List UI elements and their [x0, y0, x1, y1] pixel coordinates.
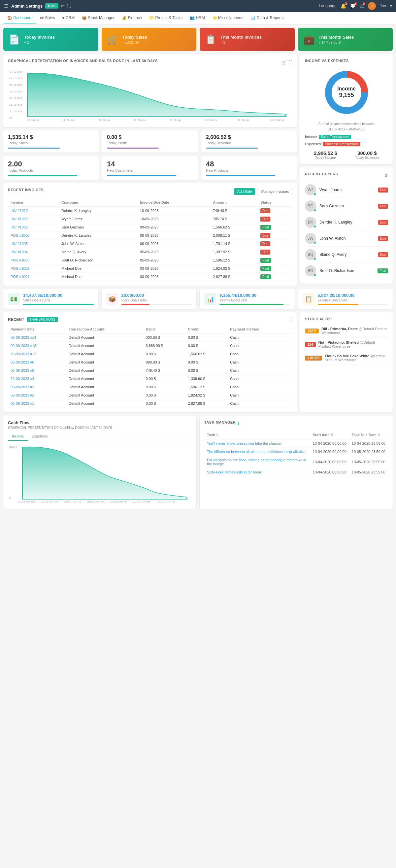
notifications-btn[interactable]: 🔔3: [340, 3, 346, 8]
trans-credit: 1,339.90 $: [186, 375, 228, 383]
svg-text:1,000: 1,000: [9, 110, 22, 113]
menu-icon[interactable]: ☰: [4, 3, 8, 9]
card-month-sales-value: ↑ 14,457.85 $: [319, 40, 354, 44]
inv-number[interactable]: POS #1001: [8, 273, 59, 281]
trans-credit: 0.00 $: [186, 342, 228, 350]
manage-invoices-button[interactable]: Manage Invoices: [258, 188, 292, 195]
stock-qty: 184: [305, 342, 316, 347]
trans-date[interactable]: 06-09-2023 #6: [8, 358, 66, 367]
cashflow-subtitle: GRAPHICAL PRESENTATION OF CashFlow DONE …: [8, 426, 192, 430]
trans-debit: 888.90 $: [143, 358, 186, 367]
nav-hrm[interactable]: 👥 HRM: [187, 13, 208, 24]
svg-text:3 Sep: 3 Sep: [27, 119, 39, 122]
task-name[interactable]: For all spots on the floor, nothing beat…: [204, 456, 310, 468]
inv-number[interactable]: POS #1003: [8, 256, 59, 265]
stat-today-revenue-value: 2,606.52 $: [206, 134, 292, 140]
invoices-thead: Invoice Customer Invoice Due Date Amount…: [8, 198, 292, 207]
stat-today-revenue-label: Today Revenue: [206, 141, 292, 145]
inv-number[interactable]: INV #1004: [8, 248, 59, 256]
inv-customer: John W. Alston: [59, 240, 137, 248]
buyer-name[interactable]: Deirdre K. Langley: [320, 220, 352, 224]
inv-number[interactable]: INV #1005: [8, 240, 59, 248]
stat-today-products-value: 2.00: [8, 160, 94, 168]
pos-badge[interactable]: POS: [45, 3, 58, 8]
nav-crm[interactable]: ♥ CRM: [59, 13, 78, 24]
trans-credit: 1,566.62 $: [186, 350, 228, 358]
transactions-expand-icon[interactable]: ⛶: [289, 317, 292, 322]
trans-method: Cash: [227, 358, 292, 367]
tab-income[interactable]: Income: [8, 432, 28, 441]
trans-date[interactable]: 07-09-2023 #2: [8, 391, 66, 400]
avatar[interactable]: J: [368, 2, 376, 10]
stat-new-customers-label: New Customers: [107, 168, 193, 172]
task-name[interactable]: You'll never know, unless you take the c…: [204, 439, 310, 448]
task-header-row: Task ⇅ Start date ⇅ Task Due Date ⇅: [204, 431, 388, 439]
stock-item: 230 200 Flour - So Mix Cake White @Defau…: [305, 351, 388, 365]
task-name[interactable]: Sixty-Four comes asking for bread: [204, 468, 310, 476]
alerts-btn[interactable]: ⚠2: [360, 3, 364, 8]
tab-expenses[interactable]: Expenses: [28, 432, 52, 441]
svg-text:7 Sep: 7 Sep: [170, 119, 182, 122]
nav-misc[interactable]: ⭐ Miscellaneous: [209, 13, 246, 24]
stat-new-products: 48 New Products: [201, 156, 297, 180]
stat-today-profit-label: Today Profit*: [107, 141, 193, 145]
trans-date[interactable]: 05-09-2023 #5: [8, 367, 66, 375]
trans-date[interactable]: 09-09-2023 #14: [8, 334, 66, 342]
buyer-name[interactable]: Sara Guzman: [320, 204, 344, 208]
table-row: The difference between altruism and self…: [204, 448, 388, 456]
nav-finance[interactable]: 💰 Finance: [119, 13, 145, 24]
language-selector[interactable]: Language: [319, 4, 336, 8]
nav-project[interactable]: 📁 Project & Tasks: [146, 13, 186, 24]
card-month-sales-title: This Month Sales: [319, 35, 354, 40]
trans-date[interactable]: 10-09-2023 #12: [8, 350, 66, 358]
inv-date: 06-09-2023: [137, 240, 210, 248]
task-info-icon: ℹ: [238, 422, 239, 426]
stat-bar-5: [107, 175, 176, 176]
inv-number[interactable]: INV #1009: [8, 215, 59, 223]
task-name[interactable]: The difference between altruism and self…: [204, 448, 310, 456]
buyer-name[interactable]: Blaine Q. Avery: [320, 252, 347, 257]
inv-number[interactable]: POS #1006: [8, 231, 59, 240]
card-month-invoices[interactable]: 📋 This Month Invoices ↑ 9: [200, 28, 295, 51]
inv-status: Due: [258, 240, 292, 248]
inv-number[interactable]: INV #1010: [8, 207, 59, 215]
add-sale-button[interactable]: Add Sale: [234, 188, 256, 195]
card-today-invoices[interactable]: 📄 Today Invoices + 2: [3, 28, 98, 51]
refresh-icon[interactable]: ⟳: [61, 4, 64, 8]
svg-text:2,000: 2,000: [9, 103, 22, 106]
messages-btn[interactable]: 💬5: [350, 3, 356, 8]
inv-number[interactable]: POS #1002: [8, 265, 59, 273]
chart-cart-icon[interactable]: 🛒: [282, 60, 287, 65]
svg-text:10 Sep: 10 Sep: [270, 119, 284, 122]
nav-dashboard[interactable]: 🏠 Dashboard: [4, 13, 36, 24]
buyer-name[interactable]: Wyatt Juarez: [320, 188, 342, 192]
trans-date[interactable]: 09-09-2023 #13: [8, 342, 66, 350]
buyer-name[interactable]: Brett O. Richardson: [320, 269, 354, 273]
card-month-sales[interactable]: 💼 This Month Sales ↑ 14,457.85 $: [298, 28, 393, 51]
table-row: INV #1009 Wyatt Juarez 10-09-2023 785.74…: [8, 215, 292, 223]
svg-text:6,000: 6,000: [9, 77, 22, 80]
inv-customer: Wyatt Juarez: [59, 215, 137, 223]
nav-reports[interactable]: 📊 Data & Reports: [247, 13, 287, 24]
chart-fullscreen-icon[interactable]: ⛶: [289, 60, 292, 65]
expand-icon[interactable]: ⛶: [67, 4, 71, 8]
stock-goal-label: Stock Goals 40%: [122, 299, 192, 302]
stat-bar-2: [107, 148, 159, 149]
card-today-sales[interactable]: 🛒 Today Sales ↑ 1,535.14: [102, 28, 197, 51]
trans-date[interactable]: 03-09-2023 #1: [8, 400, 66, 408]
trans-date[interactable]: 10-09-2023 #4: [8, 375, 66, 383]
trans-date[interactable]: 09-09-2023 #3: [8, 383, 66, 391]
income-label: Income: [305, 135, 317, 139]
buyers-config-icon[interactable]: ⚙: [385, 173, 388, 178]
table-row: 03-09-2023 #1 Default Account 0.00 $ 2,8…: [8, 400, 292, 408]
expense-goal-icon: 📋: [303, 293, 315, 305]
table-row: Sixty-Four comes asking for bread 10-04-…: [204, 468, 388, 476]
nav-stock[interactable]: 📦 Stock Manager: [78, 13, 118, 24]
nav-sales[interactable]: 🛍 Sales: [37, 13, 58, 24]
table-row: POS #1001 Micheal Doe 03-09-2023 2,827.8…: [8, 273, 292, 281]
user-dropdown-icon[interactable]: ▾: [390, 4, 392, 8]
inv-number[interactable]: INV #1008: [8, 223, 59, 231]
buyer-name[interactable]: John W. Alston: [320, 236, 345, 241]
income-goal-bar: [220, 304, 284, 305]
trans-credit: 1,824.92 $: [186, 391, 228, 400]
